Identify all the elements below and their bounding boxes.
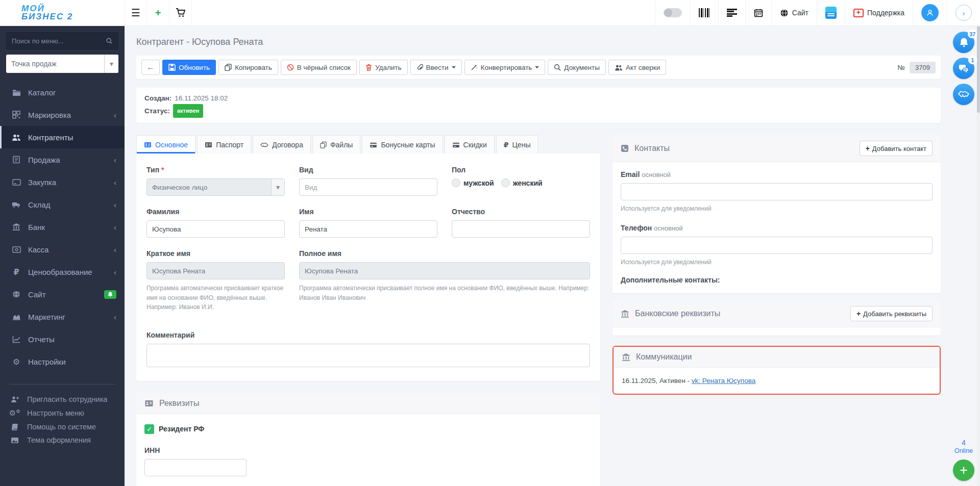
tab-discounts[interactable]: Скидки bbox=[445, 135, 495, 154]
tab-prices[interactable]: ₽ Цены bbox=[496, 135, 538, 154]
barcode-button[interactable] bbox=[690, 0, 718, 25]
calendar-button[interactable] bbox=[745, 0, 771, 25]
update-button[interactable]: Обновить bbox=[162, 60, 216, 75]
site-button[interactable]: Сайт bbox=[771, 0, 817, 25]
sidebar-item-invite-employee[interactable]: Пригласить сотрудника bbox=[0, 393, 125, 406]
vk-profile-link[interactable]: vk: Рената Юсупова bbox=[692, 377, 755, 385]
sidebar-item-label: Банк bbox=[28, 223, 45, 232]
tab-files[interactable]: Файлы bbox=[312, 135, 360, 154]
inn-input[interactable] bbox=[144, 459, 247, 476]
collapse-panel[interactable]: › bbox=[947, 0, 980, 25]
handshake-icon bbox=[260, 142, 268, 148]
enter-dropdown-button[interactable]: Ввести bbox=[410, 60, 462, 75]
tab-label: Файлы bbox=[330, 141, 353, 149]
gender-label: Пол bbox=[452, 166, 590, 174]
copy-icon bbox=[320, 141, 327, 148]
tab-label: Скидки bbox=[463, 141, 487, 149]
tab-contracts[interactable]: Договора bbox=[253, 135, 311, 154]
sidebar-item-label: Закупка bbox=[28, 178, 56, 187]
comment-label: Комментарий bbox=[146, 331, 590, 339]
add-fab[interactable]: + bbox=[953, 459, 974, 481]
convert-dropdown-button[interactable]: Конвертировать bbox=[464, 60, 546, 75]
calendar-icon bbox=[754, 8, 763, 17]
add-requisites-button[interactable]: +Добавить реквизиты bbox=[850, 306, 933, 321]
scrollbar-thumb[interactable] bbox=[977, 26, 980, 113]
site-notification-badge bbox=[104, 290, 116, 299]
left-column: Основное Паспорт Договора Файлы Бонусные… bbox=[136, 135, 600, 486]
partners-fab[interactable] bbox=[953, 84, 974, 105]
sidebar-item-bank[interactable]: Банк ‹ bbox=[0, 216, 125, 238]
quick-add-button[interactable]: + bbox=[147, 0, 169, 25]
firstname-input[interactable] bbox=[299, 220, 437, 238]
globe-icon bbox=[780, 9, 789, 17]
middlename-input[interactable] bbox=[452, 220, 590, 238]
app-shortcut-button[interactable] bbox=[817, 0, 845, 25]
email-input[interactable] bbox=[621, 183, 933, 200]
gender-male-radio[interactable]: мужской bbox=[452, 178, 494, 187]
tab-passport[interactable]: Паспорт bbox=[197, 135, 251, 154]
sidebar-footer-label: Пригласить сотрудника bbox=[27, 395, 107, 403]
middlename-label: Отчество bbox=[452, 208, 590, 216]
sidebar-item-theme[interactable]: Тема оформления bbox=[0, 433, 125, 447]
notifications-fab[interactable]: 37 bbox=[953, 32, 974, 53]
sidebar-item-label: Маркировка bbox=[28, 111, 71, 119]
resident-checkbox-row[interactable]: ✓ Резидент РФ bbox=[144, 424, 592, 434]
sidebar-item-sales[interactable]: Продажа ‹ bbox=[0, 148, 125, 171]
plus-icon: + bbox=[856, 310, 861, 318]
required-mark: * bbox=[161, 166, 164, 174]
menu-toggle-button[interactable]: ☰ bbox=[125, 0, 147, 25]
gender-female-radio[interactable]: женский bbox=[501, 178, 543, 187]
fullname-label: Полное имя bbox=[299, 249, 590, 258]
menu-search[interactable] bbox=[6, 32, 118, 49]
add-contact-button[interactable]: +Добавить контакт bbox=[860, 141, 933, 156]
created-label: Создан: bbox=[144, 93, 172, 104]
tasks-button[interactable] bbox=[718, 0, 745, 25]
sidebar-nav: Каталог Маркировка ‹ Контрагенты Продажа… bbox=[0, 81, 125, 373]
sidebar-item-catalog[interactable]: Каталог bbox=[0, 81, 125, 104]
chevron-left-icon: ‹ bbox=[114, 200, 116, 209]
blacklist-button[interactable]: В чёрный список bbox=[281, 60, 357, 75]
support-button[interactable]: Поддержка bbox=[845, 0, 913, 25]
sidebar-item-counterparties[interactable]: Контрагенты bbox=[0, 126, 125, 148]
reconciliation-button[interactable]: Акт сверки bbox=[608, 60, 666, 75]
scrollbar[interactable] bbox=[977, 26, 980, 486]
sidebar-item-system-help[interactable]: Помощь по системе bbox=[0, 420, 125, 433]
online-label[interactable]: Online bbox=[952, 447, 975, 454]
sales-point-select[interactable]: Точка продаж ▾ bbox=[6, 55, 118, 73]
back-button[interactable]: ← bbox=[141, 60, 160, 75]
bell-icon bbox=[959, 37, 969, 47]
sidebar-item-warehouse[interactable]: Склад ‹ bbox=[0, 193, 125, 216]
chevron-left-icon: ‹ bbox=[114, 313, 116, 321]
tab-main[interactable]: Основное bbox=[136, 135, 195, 154]
comment-textarea[interactable] bbox=[146, 344, 590, 367]
sidebar-item-pricing[interactable]: ₽ Ценообразование ‹ bbox=[0, 261, 125, 283]
lastname-input[interactable] bbox=[146, 220, 285, 238]
sidebar-item-configure-menu[interactable]: ⚙⚙ Настроить меню bbox=[0, 406, 125, 420]
sidebar-item-marketing[interactable]: Маркетинг ‹ bbox=[0, 305, 125, 328]
kind-input[interactable] bbox=[299, 178, 437, 196]
paperclip-icon bbox=[416, 64, 423, 71]
type-select[interactable]: Физическое лицо ▾ bbox=[146, 178, 285, 196]
id-card-icon bbox=[205, 142, 212, 148]
company-logo[interactable]: МОЙ БИЗНЕС 2 bbox=[0, 0, 125, 25]
sidebar-item-marking[interactable]: Маркировка ‹ bbox=[0, 104, 125, 126]
chat-fab[interactable]: 1 bbox=[953, 58, 974, 79]
sidebar-item-cash[interactable]: Касса ‹ bbox=[0, 238, 125, 261]
menu-search-input[interactable] bbox=[12, 37, 106, 45]
cart-button[interactable] bbox=[169, 0, 192, 25]
sidebar-item-settings[interactable]: ⚙ Настройки bbox=[0, 350, 125, 373]
documents-button[interactable]: Документы bbox=[548, 60, 606, 75]
tab-label: Бонусные карты bbox=[381, 141, 435, 149]
copy-button[interactable]: Копировать bbox=[218, 60, 278, 75]
sidebar-item-reports[interactable]: Отчеты bbox=[0, 328, 125, 350]
sidebar-item-site[interactable]: Сайт bbox=[0, 283, 125, 305]
chevron-left-icon: ‹ bbox=[114, 111, 116, 119]
delete-button[interactable]: Удалить bbox=[359, 60, 408, 75]
sidebar-item-purchasing[interactable]: Закупка ‹ bbox=[0, 171, 125, 193]
users-icon bbox=[615, 64, 623, 71]
user-menu[interactable] bbox=[913, 0, 947, 25]
tab-bonus-cards[interactable]: Бонусные карты bbox=[362, 135, 443, 154]
phone-input[interactable] bbox=[621, 237, 933, 254]
theme-toggle[interactable] bbox=[655, 0, 690, 25]
trash-icon bbox=[365, 64, 372, 71]
